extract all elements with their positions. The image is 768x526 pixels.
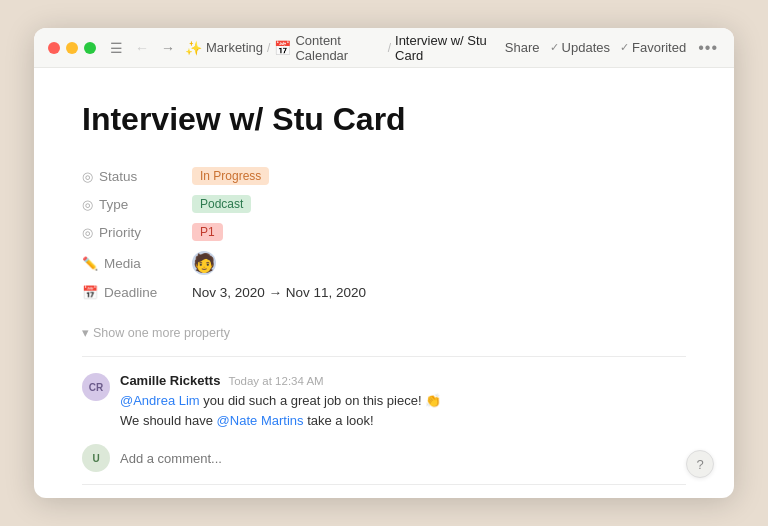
deadline-label-text: Deadline [104, 285, 157, 300]
show-more-button[interactable]: ▾ Show one more property [82, 321, 686, 348]
comment-header: Camille Ricketts Today at 12:34 AM [120, 373, 686, 388]
comments-section: CR Camille Ricketts Today at 12:34 AM @A… [82, 373, 686, 472]
traffic-lights [48, 42, 96, 54]
status-label: ◎ Status [82, 169, 192, 184]
priority-label-text: Priority [99, 225, 141, 240]
comment-text: @Andrea Lim you did such a great job on … [120, 391, 686, 430]
status-label-text: Status [99, 169, 137, 184]
deadline-value[interactable]: Nov 3, 2020 → Nov 11, 2020 [192, 285, 366, 300]
breadcrumb-sep-2: / [388, 41, 391, 55]
comment-body: Camille Ricketts Today at 12:34 AM @Andr… [120, 373, 686, 430]
add-comment-row: U [82, 444, 686, 472]
updates-check-icon: ✓ [550, 41, 559, 54]
property-type: ◎ Type Podcast [82, 190, 686, 218]
person-icon: 🧑 [193, 254, 215, 272]
type-label-text: Type [99, 197, 128, 212]
type-badge: Podcast [192, 195, 251, 213]
divider-2 [82, 484, 686, 485]
help-button[interactable]: ? [686, 450, 714, 478]
favorited-label: Favorited [632, 40, 686, 55]
breadcrumb: ✨ Marketing / 📅 Content Calendar / Inter… [185, 33, 505, 63]
backlinks-count: 2 backlinks [98, 497, 162, 498]
forward-button[interactable]: → [157, 38, 179, 58]
titlebar-actions: Share ✓ Updates ✓ Favorited ••• [505, 39, 720, 57]
breadcrumb-marketing[interactable]: ✨ Marketing [185, 40, 263, 56]
media-label: ✏️ Media [82, 256, 192, 271]
deadline-icon: 📅 [82, 285, 98, 300]
comment-line1: you did such a great job on this piece! … [203, 393, 441, 408]
divider-1 [82, 356, 686, 357]
media-value[interactable]: 🧑 [192, 251, 216, 275]
backlinks-section[interactable]: ✓ 2 backlinks [82, 497, 686, 498]
priority-icon: ◎ [82, 225, 93, 240]
properties-section: ◎ Status In Progress ◎ Type Podcast [82, 162, 686, 305]
priority-value[interactable]: P1 [192, 223, 223, 241]
deadline-text: Nov 3, 2020 → Nov 11, 2020 [192, 285, 366, 300]
type-icon: ◎ [82, 197, 93, 212]
current-user-initials: U [92, 453, 99, 464]
show-more-label: Show one more property [93, 326, 230, 340]
comment-input[interactable] [120, 447, 686, 470]
type-value[interactable]: Podcast [192, 195, 251, 213]
favorited-button[interactable]: ✓ Favorited [620, 40, 686, 55]
property-media: ✏️ Media 🧑 [82, 246, 686, 280]
favorited-check-icon: ✓ [620, 41, 629, 54]
minimize-button[interactable] [66, 42, 78, 54]
avatar-initials: CR [89, 382, 103, 393]
maximize-button[interactable] [84, 42, 96, 54]
mention-nate[interactable]: @Nate Martins [217, 413, 304, 428]
page-title: Interview w/ Stu Card [82, 100, 686, 138]
calendar-emoji: 📅 [274, 40, 291, 56]
back-button[interactable]: ← [131, 38, 153, 58]
page-content: Interview w/ Stu Card ◎ Status In Progre… [34, 68, 734, 498]
share-label: Share [505, 40, 540, 55]
comment-author: Camille Ricketts [120, 373, 220, 388]
comment-item: CR Camille Ricketts Today at 12:34 AM @A… [82, 373, 686, 430]
deadline-label: 📅 Deadline [82, 285, 192, 300]
status-value[interactable]: In Progress [192, 167, 269, 185]
breadcrumb-sep-1: / [267, 41, 270, 55]
marketing-emoji: ✨ [185, 40, 202, 56]
breadcrumb-marketing-label: Marketing [206, 40, 263, 55]
more-options-button[interactable]: ••• [696, 39, 720, 57]
breadcrumb-content-calendar-label: Content Calendar [295, 33, 383, 63]
app-window: ☰ ← → ✨ Marketing / 📅 Content Calendar /… [34, 28, 734, 498]
property-status: ◎ Status In Progress [82, 162, 686, 190]
hamburger-icon[interactable]: ☰ [106, 38, 127, 58]
share-button[interactable]: Share [505, 40, 540, 55]
media-label-text: Media [104, 256, 141, 271]
titlebar: ☰ ← → ✨ Marketing / 📅 Content Calendar /… [34, 28, 734, 68]
status-icon: ◎ [82, 169, 93, 184]
property-deadline: 📅 Deadline Nov 3, 2020 → Nov 11, 2020 [82, 280, 686, 305]
breadcrumb-current-label: Interview w/ Stu Card [395, 33, 505, 63]
breadcrumb-content-calendar[interactable]: 📅 Content Calendar [274, 33, 383, 63]
nav-buttons: ☰ ← → [106, 38, 179, 58]
current-user-avatar: U [82, 444, 110, 472]
mention-andrea[interactable]: @Andrea Lim [120, 393, 200, 408]
help-label: ? [696, 457, 703, 472]
priority-badge: P1 [192, 223, 223, 241]
updates-button[interactable]: ✓ Updates [550, 40, 610, 55]
type-label: ◎ Type [82, 197, 192, 212]
media-avatar: 🧑 [192, 251, 216, 275]
chevron-down-icon: ▾ [82, 325, 89, 340]
avatar: CR [82, 373, 110, 401]
comment-line2-prefix: We should have [120, 413, 217, 428]
media-icon: ✏️ [82, 256, 98, 271]
comment-time: Today at 12:34 AM [228, 375, 323, 387]
status-badge: In Progress [192, 167, 269, 185]
close-button[interactable] [48, 42, 60, 54]
property-priority: ◎ Priority P1 [82, 218, 686, 246]
breadcrumb-current: Interview w/ Stu Card [395, 33, 505, 63]
priority-label: ◎ Priority [82, 225, 192, 240]
comment-line2-suffix: take a look! [307, 413, 374, 428]
updates-label: Updates [562, 40, 610, 55]
